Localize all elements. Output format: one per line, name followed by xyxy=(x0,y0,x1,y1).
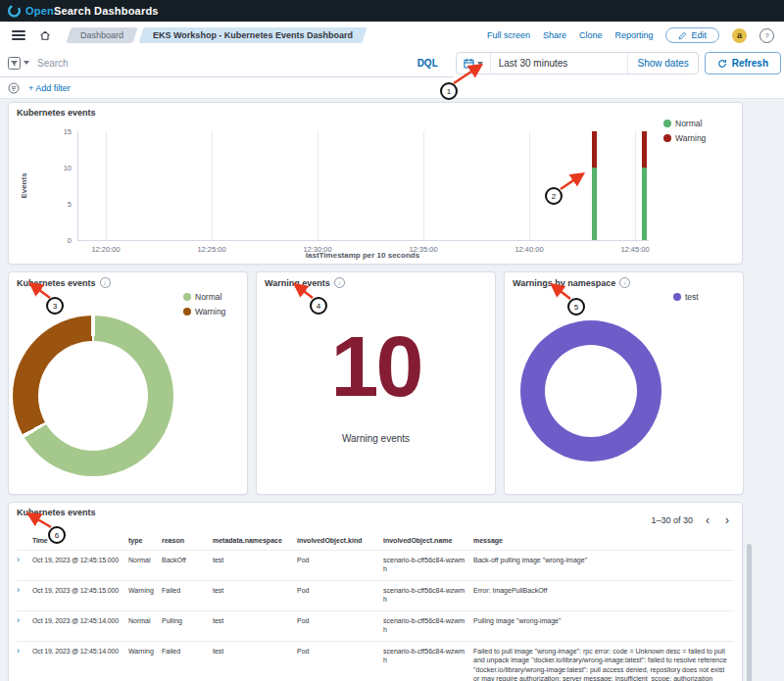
clone-link[interactable]: Clone xyxy=(579,30,603,40)
home-icon[interactable] xyxy=(39,29,51,41)
show-dates-link[interactable]: Show dates xyxy=(627,53,697,73)
chevron-down-icon xyxy=(24,61,29,65)
info-icon[interactable]: i xyxy=(619,277,630,288)
donut-legend: Normal Warning xyxy=(183,292,225,316)
donut-legend: test xyxy=(673,292,699,302)
column-header-reason: reason xyxy=(162,536,213,546)
cell-time: Oct 19, 2023 @ 12:45:14.000 xyxy=(32,647,128,657)
y-axis-tick: 10 xyxy=(50,164,72,172)
cell-reason: Failed xyxy=(162,586,213,596)
filter-icon[interactable] xyxy=(8,82,20,94)
legend-item-normal[interactable]: Normal xyxy=(183,292,225,302)
panel-title[interactable]: Kubernetes eventsi xyxy=(17,277,111,288)
cell-namespace: test xyxy=(213,556,297,565)
legend-dot xyxy=(183,308,191,316)
bar-segment-warning[interactable] xyxy=(592,131,597,168)
page-scrollbar[interactable] xyxy=(747,544,752,681)
expand-row-icon[interactable]: › xyxy=(17,556,20,563)
bar-segment-normal[interactable] xyxy=(642,168,647,240)
column-header-time[interactable]: Time ▼ xyxy=(32,536,128,546)
legend-item-warning[interactable]: Warning xyxy=(663,133,706,143)
chart-legend: Normal Warning xyxy=(663,119,706,143)
dashboard-content: Kubernetes events 15 10 5 0 Events 12:20… xyxy=(0,98,784,681)
calendar-icon[interactable] xyxy=(457,53,491,73)
info-icon[interactable]: i xyxy=(100,277,111,288)
bar-segment-warning[interactable] xyxy=(642,131,647,168)
panel-kubernetes-events-table: Kubernetes events 1–30 of 30 ‹ › Time ▼ … xyxy=(8,502,743,681)
table-row: › Oct 19, 2023 @ 12:45:15.000 Normal Bac… xyxy=(17,550,734,580)
cell-time: Oct 19, 2023 @ 12:45:15.000 xyxy=(32,556,128,565)
full-screen-link[interactable]: Full screen xyxy=(487,30,530,40)
saved-query-icon[interactable] xyxy=(8,57,29,70)
panel-title[interactable]: Kubernetes events xyxy=(17,508,96,517)
cell-time: Oct 19, 2023 @ 12:45:14.000 xyxy=(32,616,128,626)
top-brand-bar: OpenSearch Dashboards xyxy=(0,0,784,22)
previous-page-icon[interactable]: ‹ xyxy=(703,514,712,526)
cell-namespace: test xyxy=(213,647,297,657)
opensearch-logo-icon xyxy=(8,5,21,18)
expand-row-icon[interactable]: › xyxy=(17,586,20,594)
table-row: › Oct 19, 2023 @ 12:45:15.000 Warning Fa… xyxy=(17,580,734,610)
add-filter-link[interactable]: + Add filter xyxy=(28,83,71,93)
bar-plot xyxy=(77,131,649,241)
panel-kubernetes-events-histogram: Kubernetes events 15 10 5 0 Events 12:20… xyxy=(8,102,743,265)
y-axis-tick: 0 xyxy=(50,236,72,245)
cell-type: Warning xyxy=(128,586,162,596)
navbar-actions: Full screen Share Clone Reporting Edit a… xyxy=(487,27,776,43)
search-bar: DQL xyxy=(0,49,454,77)
column-header-kind: involvedObject.kind xyxy=(297,536,383,546)
panel-kubernetes-events-donut: Kubernetes eventsi Normal Warning xyxy=(8,271,248,495)
panel-title[interactable]: Warnings by namespacei xyxy=(513,277,630,288)
cell-name: scenario-b-cff56c84-wzwmh xyxy=(383,647,473,665)
x-axis-title: lastTimestamp per 10 seconds xyxy=(77,251,648,260)
pagination-range: 1–30 of 30 xyxy=(651,515,693,525)
cell-time: Oct 19, 2023 @ 12:45:15.000 xyxy=(32,586,128,596)
cell-name: scenario-b-cff56c84-wzwmh xyxy=(383,616,473,635)
table-row: › Oct 19, 2023 @ 12:45:14.000 Normal Pul… xyxy=(17,610,734,641)
events-donut-chart[interactable] xyxy=(13,316,173,476)
bar-segment-normal[interactable] xyxy=(592,168,597,240)
cell-message: Error: ImagePullBackOff xyxy=(473,586,734,596)
search-input[interactable] xyxy=(35,57,402,70)
expand-row-icon[interactable]: › xyxy=(17,616,20,624)
cell-kind: Pod xyxy=(297,556,383,565)
events-table: Time ▼ type reason metadata.namespace in… xyxy=(17,533,734,681)
legend-item-test[interactable]: test xyxy=(673,292,699,302)
cell-type: Normal xyxy=(128,616,162,626)
metric-value: 10 xyxy=(257,323,495,410)
legend-item-warning[interactable]: Warning xyxy=(183,307,225,316)
cell-kind: Pod xyxy=(297,586,383,596)
cell-kind: Pod xyxy=(297,616,383,626)
info-icon[interactable]: i xyxy=(334,277,345,288)
table-row: › Oct 19, 2023 @ 12:45:14.000 Warning Fa… xyxy=(17,641,734,681)
navbar: Dashboard EKS Workshop - Kubernetes Even… xyxy=(0,22,784,50)
reporting-link[interactable]: Reporting xyxy=(614,30,653,40)
cell-message: Back-off pulling image "wrong-image" xyxy=(473,556,734,565)
next-page-icon[interactable]: › xyxy=(722,514,732,526)
pagination: 1–30 of 30 ‹ › xyxy=(651,514,732,526)
dql-selector[interactable]: DQL xyxy=(408,58,448,69)
pencil-icon xyxy=(678,31,687,40)
user-avatar[interactable]: a xyxy=(732,28,747,43)
edit-button[interactable]: Edit xyxy=(665,27,719,43)
breadcrumb-current-dashboard[interactable]: EKS Workshop - Kubernetes Events Dashboa… xyxy=(141,27,365,43)
cell-namespace: test xyxy=(213,586,297,596)
legend-item-normal[interactable]: Normal xyxy=(663,119,706,128)
refresh-button[interactable]: Refresh xyxy=(705,52,781,74)
sort-desc-icon: ▼ xyxy=(49,537,55,543)
column-header-name: involvedObject.name xyxy=(383,536,473,546)
namespace-donut-chart[interactable] xyxy=(520,320,662,462)
panel-title[interactable]: Kubernetes events xyxy=(17,108,96,118)
help-icon[interactable]: ? xyxy=(760,28,774,43)
expand-row-icon[interactable]: › xyxy=(17,647,20,655)
y-axis-tick: 5 xyxy=(50,200,72,209)
filter-bar: + Add filter xyxy=(0,77,784,99)
column-header-namespace: metadata.namespace xyxy=(213,536,297,546)
menu-icon[interactable] xyxy=(12,30,25,40)
cell-kind: Pod xyxy=(297,647,383,657)
panel-title[interactable]: Warning eventsi xyxy=(265,277,345,288)
cell-reason: Failed xyxy=(162,647,213,657)
share-link[interactable]: Share xyxy=(543,30,566,40)
time-range-value[interactable]: Last 30 minutes xyxy=(491,58,628,69)
breadcrumb-dashboard[interactable]: Dashboard xyxy=(69,27,135,43)
